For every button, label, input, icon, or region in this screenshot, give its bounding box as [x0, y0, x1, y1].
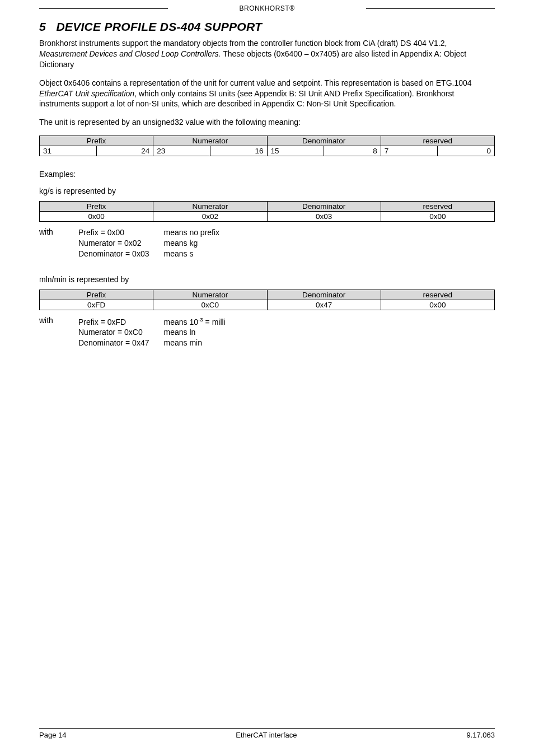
section-heading: 5 DEVICE PROFILE DS-404 SUPPORT	[39, 20, 495, 34]
bit-header-denominator: Denominator	[267, 136, 381, 146]
with-label-1: with	[39, 227, 78, 259]
header-rule-right	[366, 8, 495, 9]
paragraph-2: Object 0x6406 contains a representation …	[39, 78, 495, 110]
ex2-def0-sup: -3	[198, 316, 203, 323]
example1-table: Prefix Numerator Denominator reserved 0x…	[39, 201, 495, 222]
header-brand: BRONKHORST®	[168, 4, 366, 12]
bit-23: 23	[153, 146, 210, 156]
ex1-def0-meaning: means no prefix	[163, 227, 219, 238]
ex1-v-denominator: 0x03	[267, 212, 381, 222]
ex2-def2-meaning: means min	[163, 338, 225, 348]
ex1-h-denominator: Denominator	[267, 202, 381, 212]
example2-label: mln/min is represented by	[39, 275, 495, 284]
bit-15: 15	[267, 146, 324, 156]
ex2-h-reserved: reserved	[381, 290, 494, 300]
with-label-2: with	[39, 316, 78, 348]
paragraph-1: Bronkhorst instruments support the manda…	[39, 38, 495, 70]
ex1-def2-key: Denominator = 0x03	[78, 249, 163, 259]
example1-label: kg/s is represented by	[39, 186, 495, 195]
bit-31: 31	[40, 146, 97, 156]
footer-rule	[39, 728, 495, 729]
ex2-v-reserved: 0x00	[381, 300, 494, 310]
paragraph-3: The unit is represented by an unsigned32…	[39, 117, 495, 128]
footer-title: EtherCAT interface	[236, 731, 297, 739]
bit-24: 24	[96, 146, 153, 156]
ex1-v-reserved: 0x00	[381, 212, 494, 222]
page-footer: Page 14 EtherCAT interface 9.17.063	[39, 728, 495, 739]
ex1-def1-key: Numerator = 0x02	[78, 238, 163, 249]
ex2-v-numerator: 0xC0	[153, 300, 267, 310]
ex1-def1-meaning: means kg	[163, 238, 219, 249]
example1-with-block: with Prefix = 0x00 means no prefix Numer…	[39, 227, 495, 259]
bit-0: 0	[438, 146, 495, 156]
ex2-def1-key: Numerator = 0xC0	[78, 327, 163, 338]
ex2-def2-key: Denominator = 0x47	[78, 338, 163, 348]
ex2-def0-pre: means 10	[163, 318, 198, 326]
bit-7: 7	[381, 146, 438, 156]
bit-header-reserved: reserved	[381, 136, 494, 146]
p1-b: Measurement Devices and Closed Loop Cont…	[39, 49, 221, 58]
ex1-h-prefix: Prefix	[40, 202, 153, 212]
ex1-v-numerator: 0x02	[153, 212, 267, 222]
ex2-def0-key: Prefix = 0xFD	[78, 316, 163, 328]
ex2-h-prefix: Prefix	[40, 290, 153, 300]
p1-a: Bronkhorst instruments support the manda…	[39, 39, 447, 48]
p2-a: Object 0x6406 contains a representation …	[39, 78, 472, 87]
bit-header-numerator: Numerator	[153, 136, 267, 146]
ex2-v-denominator: 0x47	[267, 300, 381, 310]
bit-layout-table: Prefix Numerator Denominator reserved 31…	[39, 136, 495, 156]
section-title: DEVICE PROFILE DS-404 SUPPORT	[56, 20, 262, 33]
page-header: BRONKHORST®	[39, 0, 495, 12]
ex1-def2-meaning: means s	[163, 249, 219, 259]
example2-with-block: with Prefix = 0xFD means 10-3 = milli Nu…	[39, 316, 495, 348]
section-number: 5	[39, 20, 46, 33]
example2-table: Prefix Numerator Denominator reserved 0x…	[39, 290, 495, 310]
ex1-h-reserved: reserved	[381, 202, 494, 212]
bit-header-prefix: Prefix	[40, 136, 153, 146]
examples-label: Examples:	[39, 170, 495, 179]
ex2-def0-post: = milli	[203, 318, 226, 326]
ex2-def1-meaning: means ln	[163, 327, 225, 338]
p2-b: EtherCAT Unit specification	[39, 89, 134, 98]
footer-docnum: 9.17.063	[466, 731, 495, 739]
bit-8: 8	[324, 146, 381, 156]
ex2-h-numerator: Numerator	[153, 290, 267, 300]
ex2-v-prefix: 0xFD	[40, 300, 153, 310]
ex1-h-numerator: Numerator	[153, 202, 267, 212]
ex1-v-prefix: 0x00	[40, 212, 153, 222]
ex2-def0-meaning: means 10-3 = milli	[163, 316, 225, 328]
header-rule-left	[39, 8, 168, 9]
bit-16: 16	[210, 146, 267, 156]
ex1-def0-key: Prefix = 0x00	[78, 227, 163, 238]
ex2-h-denominator: Denominator	[267, 290, 381, 300]
footer-page: Page 14	[39, 731, 66, 739]
